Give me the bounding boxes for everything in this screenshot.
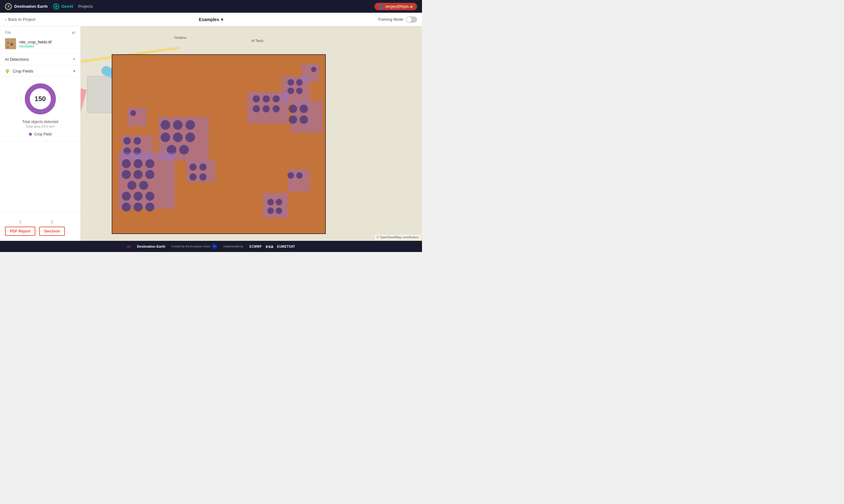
sidebar: File ⇄ nile_crop_fields.tif Georaster [0,26,81,241]
user-button[interactable]: 👤 sergey@flypix.ai [375,3,417,10]
donut-chart: 150 [23,82,57,116]
examples-label: Examples [199,17,219,22]
map-attribution: © OpenStreetMap contributors. [375,235,421,239]
detection-circle-43 [276,199,282,205]
pdf-export-item: ↓ PDF Report [5,218,35,236]
detection-circle-6 [289,105,297,113]
total-detected-label: Total objects detected [22,120,58,124]
detection-circle-17 [173,120,183,130]
training-mode-label: Training Mode [378,17,403,22]
back-button[interactable]: ‹ Back to Project [5,17,35,22]
footer-brand-section: Destination Earth [137,245,166,248]
svg-point-2 [55,5,57,7]
detection-circle-16 [160,120,170,130]
detection-circle-42 [267,199,274,205]
legend-label-crop-field: Crop Field [34,132,52,137]
eu-flag-icon: ★ [5,3,12,10]
footer-implemented-section: Implemented by [223,245,243,248]
footer-funded-section: Funded by the European Union ★ [172,244,217,249]
file-section-title: File [5,30,11,35]
ai-detections-section: AI Detections + [0,53,80,66]
detection-circle-1 [311,67,316,72]
detection-circle-46 [130,110,136,116]
footer-partners: ECMWF esa EUMETSAT [249,244,295,249]
top-nav: ★ Destination Earth GeoAI Projects 👤 ser… [0,0,422,13]
detection-circle-25 [134,137,141,145]
file-type: Georaster [19,44,75,48]
detection-circle-19 [160,132,170,142]
svg-point-6 [11,43,13,46]
swap-icon[interactable]: ⇄ [72,30,75,35]
training-mode-toggle[interactable] [406,16,417,23]
brand-name: Destination Earth [14,4,48,9]
user-icon: 👤 [379,4,383,9]
svg-point-5 [7,42,9,44]
total-area-label: Total area 69.6 km² [25,125,55,128]
footer-eu-flag-icon: ★ [212,244,217,249]
detection-circle-39 [122,202,131,212]
satellite-overlay [112,54,326,234]
user-email: sergey@flypix.ai [385,4,413,9]
detection-circle-23 [179,145,189,155]
footer: ∞ Destination Earth Funded by the Europe… [0,241,422,252]
geoai-icon [53,3,59,10]
detection-circle-20 [173,132,183,142]
detection-square-8 [263,193,288,218]
detection-circle-18 [185,120,195,130]
detection-circle-31 [122,170,131,179]
detection-circle-15 [272,105,280,112]
sub-nav: ‹ Back to Project Examples ▾ Training Mo… [0,13,422,26]
crop-fields-text: Crop Fields [13,69,33,73]
footer-implemented-text: Implemented by [223,245,243,248]
stats-section: 150 Total objects detected Total area 69… [0,77,80,142]
file-section-header: File ⇄ [5,30,75,35]
crop-fields-label: 🌾 Crop Fields [5,69,33,73]
file-section: File ⇄ nile_crop_fields.tif Georaster [0,26,80,53]
detection-circle-14 [262,105,270,112]
detection-circle-28 [122,159,131,168]
detection-circle-7 [299,105,308,113]
file-thumbnail [5,38,16,49]
ai-detections-label: AI Detections [5,57,29,62]
pdf-arrow-icon: ↓ [19,218,22,225]
detection-circle-33 [145,170,155,179]
crop-fields-section: 🌾 Crop Fields ▾ [0,66,80,77]
file-info: nile_crop_fields.tif Georaster [19,40,75,48]
add-detection-button[interactable]: + [73,56,75,62]
detection-circle-50 [199,173,207,181]
detection-circle-10 [253,95,260,103]
detection-circle-4 [287,87,294,94]
examples-dropdown[interactable]: Examples ▾ [199,17,223,22]
pdf-report-button[interactable]: PDF Report [5,227,35,236]
file-item[interactable]: nile_crop_fields.tif Georaster [5,38,75,49]
detection-circle-24 [123,137,131,145]
detection-circle-2 [287,79,294,86]
detection-circle-11 [262,95,270,103]
crop-fields-chevron-icon[interactable]: ▾ [73,69,75,73]
brand-logo[interactable]: ★ Destination Earth [5,3,48,10]
detection-circle-32 [134,170,143,179]
export-section: ↓ PDF Report ↓ GeoJson [0,212,80,241]
partner-eumetsat: EUMETSAT [277,245,295,248]
back-chevron-icon: ‹ [5,17,6,22]
svg-rect-7 [6,46,9,48]
detection-circle-21 [185,132,195,142]
nav-projects[interactable]: Projects [78,4,93,9]
geojson-arrow-icon: ↓ [51,218,54,225]
detection-circle-34 [127,181,137,190]
legend-dot-crop-field [29,133,32,136]
detection-circle-29 [134,159,143,168]
training-mode-section: Training Mode [378,16,417,23]
detection-circle-52 [296,172,303,179]
detection-circle-8 [289,115,297,124]
detection-circle-5 [296,87,303,94]
detection-square-9 [128,108,147,126]
detection-circle-40 [134,202,143,212]
legend-row: Crop Field [29,132,52,137]
geojson-button[interactable]: GeoJson [39,227,65,236]
footer-brand-text: Destination Earth [137,245,166,248]
detection-circle-36 [122,192,131,201]
map-area[interactable]: Al Tayiq Yarajma شندي ✈ [81,26,422,241]
geoai-brand[interactable]: GeoAI [53,3,73,10]
chevron-down-icon: ▾ [221,17,223,22]
